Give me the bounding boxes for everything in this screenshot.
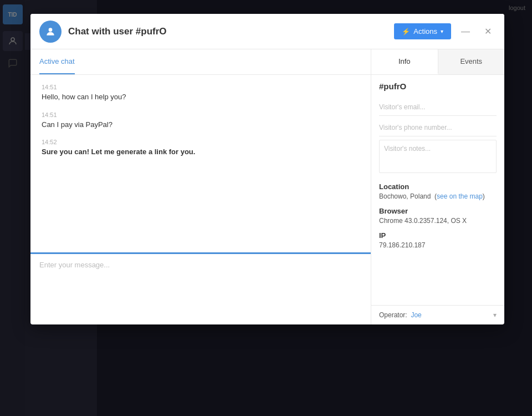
bolt-icon: ⚡	[402, 28, 410, 35]
tab-events[interactable]: Events	[438, 49, 505, 74]
ip-label: IP	[379, 231, 497, 240]
chat-tabs: Active chat	[30, 49, 371, 75]
info-tabs: Info Events	[371, 49, 504, 75]
message-group-1: 14:51 Hello, how can I help you?	[42, 84, 360, 103]
message-text-2: Can I pay via PayPal?	[42, 119, 360, 130]
location-value: Bochowo, Poland (see on the map)	[379, 192, 497, 200]
operator-chevron-icon: ▾	[493, 311, 497, 319]
svg-point-1	[49, 28, 53, 32]
chat-input-area	[30, 254, 371, 324]
actions-button[interactable]: ⚡ Actions ▾	[394, 23, 451, 39]
avatar	[39, 21, 62, 43]
notes-field[interactable]	[379, 140, 497, 173]
browser-label: Browser	[379, 207, 497, 215]
phone-field[interactable]	[379, 119, 497, 136]
browser-value: Chrome 43.0.2357.124, OS X	[379, 217, 497, 225]
message-group-3: 14:52 Sure you can! Let me generate a li…	[42, 139, 360, 158]
ip-section: IP 79.186.210.187	[379, 231, 497, 249]
actions-label: Actions	[413, 27, 437, 35]
message-time-1: 14:51	[42, 84, 360, 90]
location-section: Location Bochowo, Poland (see on the map…	[379, 182, 497, 200]
operator-link[interactable]: Joe	[411, 311, 421, 319]
message-time-2: 14:51	[42, 111, 360, 118]
tab-info[interactable]: Info	[371, 49, 438, 74]
chevron-down-icon: ▾	[441, 28, 443, 34]
visitor-id: #pufrO	[379, 82, 497, 91]
email-field[interactable]	[379, 99, 497, 116]
operator-row: Operator: Joe ▾	[371, 305, 504, 324]
message-input[interactable]	[39, 261, 362, 316]
message-time-3: 14:52	[42, 139, 360, 145]
chat-modal: Chat with user #pufrO ⚡ Actions ▾ — ✕ Ac…	[30, 14, 504, 324]
ip-value: 79.186.210.187	[379, 241, 497, 249]
minimize-button[interactable]: —	[458, 24, 473, 39]
browser-section: Browser Chrome 43.0.2357.124, OS X	[379, 207, 497, 225]
message-text-3: Sure you can! Let me generate a link for…	[42, 146, 360, 158]
modal-header: Chat with user #pufrO ⚡ Actions ▾ — ✕	[30, 14, 504, 49]
operator-label: Operator: Joe	[379, 311, 422, 319]
modal-title: Chat with user #pufrO	[68, 26, 387, 37]
message-text-1: Hello, how can I help you?	[42, 92, 360, 103]
close-button[interactable]: ✕	[480, 24, 495, 39]
modal-body: Active chat 14:51 Hello, how can I help …	[30, 49, 504, 324]
messages-list: 14:51 Hello, how can I help you? 14:51 C…	[30, 75, 371, 252]
info-panel: Info Events #pufrO Location Bochowo, Pol…	[371, 49, 504, 324]
chat-area: Active chat 14:51 Hello, how can I help …	[30, 49, 371, 324]
message-group-2: 14:51 Can I pay via PayPal?	[42, 111, 360, 130]
map-link[interactable]: see on the map	[437, 192, 483, 200]
tab-active-chat[interactable]: Active chat	[39, 49, 75, 74]
location-label: Location	[379, 182, 497, 191]
info-content: #pufrO Location Bochowo, Poland (see on …	[371, 75, 504, 305]
